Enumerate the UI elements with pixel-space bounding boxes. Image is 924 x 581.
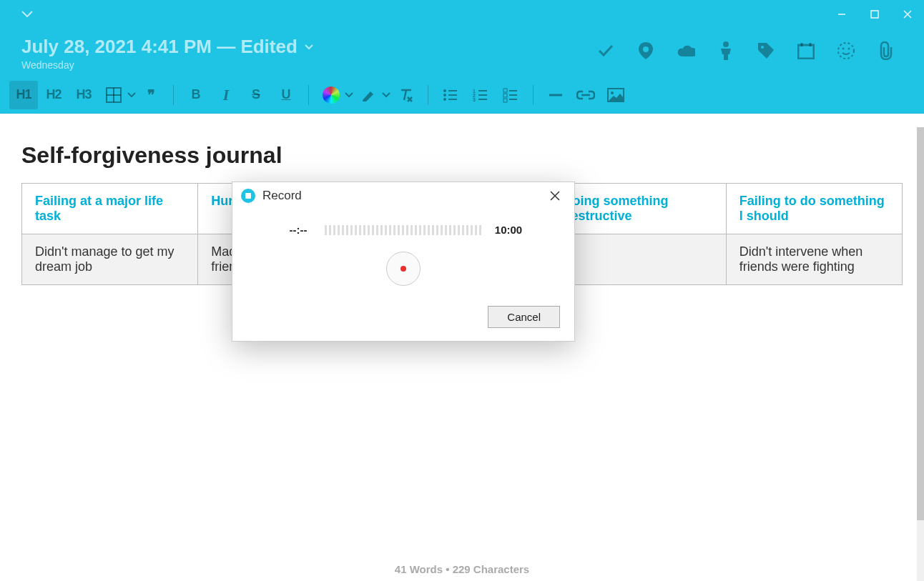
- scrollbar[interactable]: [917, 127, 924, 581]
- svg-point-34: [611, 91, 614, 94]
- svg-point-16: [443, 98, 446, 101]
- person-icon[interactable]: [717, 41, 735, 60]
- record-dot-icon: [400, 266, 406, 272]
- titlebar-menu[interactable]: [21, 11, 33, 18]
- header-actions: [596, 36, 903, 60]
- svg-point-3: [723, 41, 729, 47]
- svg-rect-28: [503, 99, 507, 102]
- cloud-icon[interactable]: [677, 41, 695, 60]
- close-button[interactable]: [891, 0, 924, 29]
- total-time: 10:00: [491, 224, 526, 236]
- svg-rect-35: [245, 193, 251, 199]
- entry-day: Wednesday: [21, 59, 313, 71]
- svg-rect-27: [503, 94, 507, 97]
- progress-bar[interactable]: [325, 225, 482, 235]
- svg-point-10: [848, 48, 850, 50]
- calendar-icon[interactable]: [797, 41, 815, 60]
- column-header[interactable]: Failing to do something I should: [726, 184, 902, 234]
- separator: [428, 85, 428, 105]
- table-cell[interactable]: Didn't intervene when friends were fight…: [726, 234, 902, 285]
- svg-rect-1: [871, 11, 878, 18]
- elapsed-time: --:--: [280, 224, 316, 236]
- table-dropdown[interactable]: [127, 92, 136, 98]
- record-timeline: --:-- 10:00: [247, 224, 560, 236]
- svg-text:3: 3: [473, 97, 476, 102]
- column-header[interactable]: Failing at a major life task: [22, 184, 198, 234]
- mood-icon[interactable]: [837, 41, 855, 60]
- checkmark-icon[interactable]: [596, 41, 615, 60]
- h2-button[interactable]: H2: [39, 81, 68, 109]
- checklist-button[interactable]: [496, 81, 525, 109]
- bullet-list-button[interactable]: [436, 81, 465, 109]
- title-text: July 28, 2021 4:41 PM — Edited: [21, 36, 298, 58]
- highlight-dropdown[interactable]: [382, 92, 390, 98]
- svg-rect-5: [798, 45, 814, 59]
- word-count: 41 Words • 229 Characters: [395, 563, 529, 575]
- dialog-title: Record: [262, 189, 537, 203]
- h1-button[interactable]: H1: [9, 81, 38, 109]
- document-heading: Self-forgiveness journal: [21, 142, 903, 169]
- record-dialog: Record --:-- 10:00 Cancel: [232, 182, 575, 342]
- strikethrough-button[interactable]: S: [242, 81, 270, 109]
- separator: [533, 85, 534, 105]
- attachment-icon[interactable]: [877, 41, 895, 60]
- h3-button[interactable]: H3: [69, 81, 98, 109]
- svg-point-2: [643, 46, 649, 52]
- minimize-button[interactable]: [825, 0, 858, 29]
- table-cell[interactable]: Didn't manage to get my dream job: [22, 234, 198, 285]
- svg-point-4: [761, 46, 764, 49]
- svg-point-15: [443, 94, 446, 96]
- dialog-close-button[interactable]: [544, 188, 566, 204]
- status-bar: 41 Words • 229 Characters: [0, 557, 924, 581]
- window-controls: [825, 0, 924, 29]
- dialog-header: Record: [232, 182, 574, 209]
- numbered-list-button[interactable]: 123: [466, 81, 495, 109]
- maximize-button[interactable]: [858, 0, 891, 29]
- hr-button[interactable]: [541, 81, 570, 109]
- chevron-down-icon: [305, 44, 313, 50]
- clear-format-button[interactable]: [391, 81, 420, 109]
- scroll-thumb[interactable]: [917, 127, 924, 520]
- header: July 28, 2021 4:41 PM — Edited Wednesday: [0, 29, 924, 76]
- color-dropdown[interactable]: [345, 92, 353, 98]
- quote-button[interactable]: ❞: [137, 81, 165, 109]
- link-button[interactable]: [571, 81, 600, 109]
- titlebar: [0, 0, 924, 29]
- table-cell[interactable]: [550, 234, 726, 285]
- svg-point-9: [842, 48, 845, 50]
- highlight-button[interactable]: [354, 81, 383, 109]
- svg-rect-26: [503, 89, 507, 92]
- separator: [308, 85, 309, 105]
- separator: [173, 85, 174, 105]
- underline-button[interactable]: U: [272, 81, 300, 109]
- svg-point-8: [838, 43, 854, 59]
- format-toolbar: H1 H2 H3 ❞ B I S U 123: [0, 76, 924, 114]
- bold-button[interactable]: B: [182, 81, 210, 109]
- record-button[interactable]: [386, 252, 421, 286]
- italic-button[interactable]: I: [212, 81, 240, 109]
- entry-title[interactable]: July 28, 2021 4:41 PM — Edited: [21, 36, 313, 58]
- app-logo-icon: [241, 189, 255, 203]
- cancel-button[interactable]: Cancel: [488, 306, 560, 328]
- table-button[interactable]: [99, 81, 128, 109]
- column-header[interactable]: Doing something destructive: [550, 184, 726, 234]
- tag-icon[interactable]: [757, 41, 775, 60]
- image-button[interactable]: [601, 81, 630, 109]
- location-icon[interactable]: [637, 41, 655, 60]
- color-button[interactable]: [317, 81, 345, 109]
- svg-point-14: [443, 89, 446, 92]
